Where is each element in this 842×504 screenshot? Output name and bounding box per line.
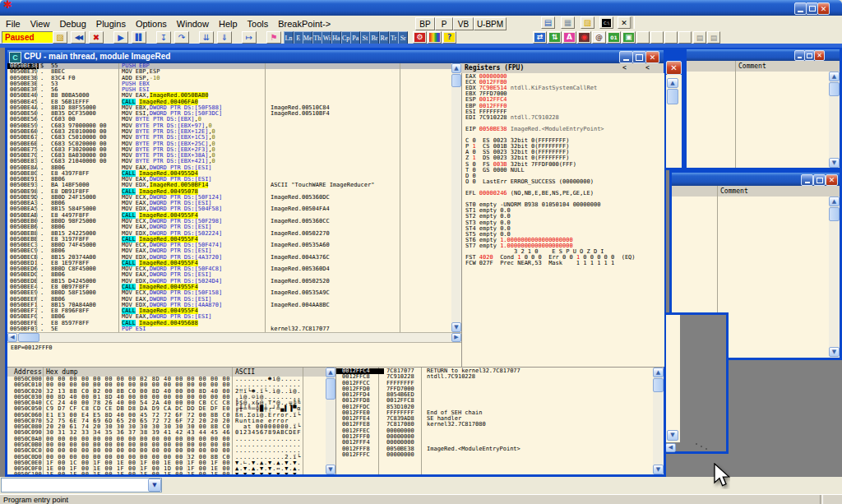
pane-button-br[interactable]: Br [369, 31, 379, 44]
console-icon-button[interactable]: C:\ [599, 16, 613, 29]
stack-row[interactable]: 0012FFE87C817080kernel32.7C817080 [336, 422, 654, 428]
blank-button[interactable] [678, 31, 692, 44]
disasm-scroll-right[interactable]: ▶ [451, 333, 461, 342]
stack-row[interactable]: 0012FFD48054B6ED [336, 392, 654, 398]
disasm-row[interactable]: 0050BE9D.8B0D 24F15000MOV ECX,DWORD PTR … [7, 195, 451, 201]
registers-pane-button-1[interactable]: < [622, 64, 627, 72]
sliver2-scroll-down[interactable]: ▼ [667, 430, 678, 441]
cpu-minimize-button[interactable] [619, 51, 633, 63]
run-button[interactable]: ▶ [113, 31, 128, 44]
appearance-button[interactable] [428, 31, 442, 44]
menu-help[interactable]: Help [214, 17, 243, 30]
pane-button-st[interactable]: St [360, 31, 370, 44]
cpu-maximize-button[interactable] [632, 51, 646, 63]
binary-button[interactable]: 01 [607, 31, 621, 44]
disasm-scroll-left[interactable]: ◀ [7, 333, 17, 342]
blank-button[interactable] [650, 31, 664, 44]
command-combobox[interactable]: ▼ [1, 478, 162, 492]
pane-button-re[interactable]: Re [379, 31, 389, 44]
window-a-scroll-up[interactable]: ▲ [829, 72, 840, 81]
disasm-row[interactable]: 0050BEB0.8B0D 98F25000MOV ECX,DWORD PTR … [7, 219, 451, 224]
menu-window[interactable]: Window [172, 17, 214, 30]
mark-button[interactable]: ⚑ [266, 31, 281, 44]
disasm-row[interactable]: 0050BEFE.E8 8597F8FFCALL ImageRed.004956… [7, 321, 451, 326]
dump-row[interactable]: 0050C1001F 00 1F 00 1F 00 1F 00 1F 00 1F… [7, 472, 326, 474]
window-a-close-button[interactable]: ✕ [814, 50, 825, 61]
disasm-scroll-thumb[interactable] [451, 74, 461, 87]
disasm-row[interactable]: 0050BE8C.E8 4397F8FFCALL ImageRed.004955… [7, 171, 451, 177]
plugin-button-p[interactable]: P [435, 17, 453, 30]
plugin-button-bp[interactable]: BP [415, 17, 435, 30]
stack-row[interactable]: 0012FFD07FFD7000 [336, 386, 654, 392]
menu-tools[interactable]: Tools [243, 17, 274, 30]
doc-button-2[interactable]: ▤ [707, 31, 720, 44]
registers-pane-button-2[interactable]: < [645, 64, 650, 72]
register-line[interactable]: EIP 0050BE38 ImageRed.<ModuleEntryPoint> [465, 127, 604, 132]
window-b-scroll-down[interactable]: ▼ [829, 347, 840, 357]
stack-row[interactable]: 0012FFE0FFFFFFFFEnd of SEH chain [336, 410, 654, 416]
disasm-hscroll-thumb[interactable] [18, 333, 39, 342]
close-button[interactable]: ✕ [817, 2, 830, 15]
stack-row[interactable]: 0012FFFC00000000 [336, 452, 654, 458]
minimize-button[interactable] [794, 2, 807, 15]
disasm-row[interactable]: 0050BEC3.8B0D 74F45000MOV ECX,DWORD PTR … [7, 243, 451, 248]
disassembly-pane[interactable]: 0050BE38$55PUSH EBP0050BE39.8BECMOV EBP,… [7, 63, 451, 332]
pane-button-pa[interactable]: Pa [350, 31, 360, 44]
plugin-button-u-bpm[interactable]: U-BPM [474, 17, 507, 30]
menu-plugins[interactable]: Plugins [91, 17, 131, 30]
step-into-button[interactable]: ↧ [156, 31, 171, 44]
window-b-close-button[interactable]: ✕ [826, 174, 838, 186]
record-button[interactable]: ◉ [577, 31, 591, 44]
stack-row[interactable]: 0012FFE47C839AD8SE handler [336, 416, 654, 422]
close-program-button[interactable]: ✖ [89, 31, 104, 44]
window-a-scroll-down[interactable]: ▼ [829, 158, 840, 168]
disasm-vscrollbar[interactable] [451, 63, 461, 332]
execute-return-button[interactable]: ↦ [242, 31, 257, 44]
combobox-dropdown-button[interactable]: ▼ [148, 479, 161, 492]
blank-button[interactable] [636, 31, 650, 44]
animate-into-button[interactable]: ⇊ [199, 31, 214, 44]
dump-scroll-up[interactable]: ▲ [326, 368, 335, 377]
pane-button-ln[interactable]: Ln [284, 31, 294, 44]
stack-pane[interactable]: 0012FFC47C817077RETURN to kernel32.7C817… [335, 368, 654, 474]
pane-button-e[interactable]: E [294, 31, 303, 44]
stack-row[interactable]: 0012FFF000000000 [336, 434, 654, 440]
stack-scroll-down[interactable]: ▼ [653, 465, 664, 474]
folder-icon-button[interactable]: ▨ [581, 16, 594, 29]
pause-button[interactable]: ▌▌ [132, 31, 146, 44]
blank-button[interactable] [664, 31, 678, 44]
register-line[interactable]: EDI 7C910228 ntdll.7C910228 [465, 115, 559, 121]
menu-breakpoint[interactable]: BreakPoint-> [273, 17, 335, 30]
cpu-close-button[interactable]: ✕ [645, 51, 659, 63]
swap-arrows-button[interactable]: ⇄ [533, 31, 547, 44]
disasm-scroll-down[interactable]: ▼ [451, 322, 461, 332]
window-b-scroll-thumb[interactable] [829, 207, 840, 221]
doc-button-1[interactable]: ▤ [693, 31, 706, 44]
menu-file[interactable]: File [1, 17, 25, 30]
plugin-button-vb[interactable]: VB [453, 17, 474, 30]
sliver-close-button[interactable]: ✕ [666, 61, 682, 75]
pane-button-sr[interactable]: Sr [398, 31, 408, 44]
registers-pane[interactable]: EAX 00000000ECX 0012FFB0EDX 7C90E514 ntd… [461, 73, 664, 367]
stack-row[interactable]: 0012FFCCFFFFFFFF [336, 381, 654, 386]
window-b-scroll-up[interactable]: ▲ [829, 197, 840, 206]
stack-scroll-thumb[interactable] [653, 378, 664, 392]
pane-button-me[interactable]: Me [303, 31, 312, 44]
sliver-scroll-up[interactable]: ▲ [667, 78, 678, 88]
menu-debug[interactable]: Debug [54, 17, 90, 30]
pane-button-wi[interactable]: Wi [322, 31, 331, 44]
stack-scroll-up[interactable]: ▲ [653, 368, 664, 377]
pane-button-ha[interactable]: Ha [331, 31, 341, 44]
disasm-row[interactable]: 0050BE3E.53PUSH EBX [7, 81, 451, 87]
disasm-row[interactable]: 0050BE38$55PUSH EBP [7, 63, 451, 69]
stack-row[interactable]: 0012FFC87C910228ntdll.7C910228 [336, 374, 654, 380]
disasm-row[interactable]: 0050BEE9.8B0D 58F15000MOV ECX,DWORD PTR … [7, 290, 451, 296]
ascii-a-button[interactable]: A [562, 31, 576, 44]
screen-button[interactable]: ▣ [622, 31, 636, 44]
step-over-button[interactable]: ↷ [174, 31, 189, 44]
disasm-scroll-up[interactable]: ▲ [451, 63, 461, 73]
menu-view[interactable]: View [25, 17, 55, 30]
register-line[interactable]: FCW 027F Prec NEAR,53 Mask 1 1 1 1 1 1 [465, 261, 614, 266]
sliver-scroll-thumb[interactable] [667, 89, 678, 104]
disasm-row[interactable]: 0050BE83.C683 21040000 00MOV BYTE PTR DS… [7, 159, 451, 164]
